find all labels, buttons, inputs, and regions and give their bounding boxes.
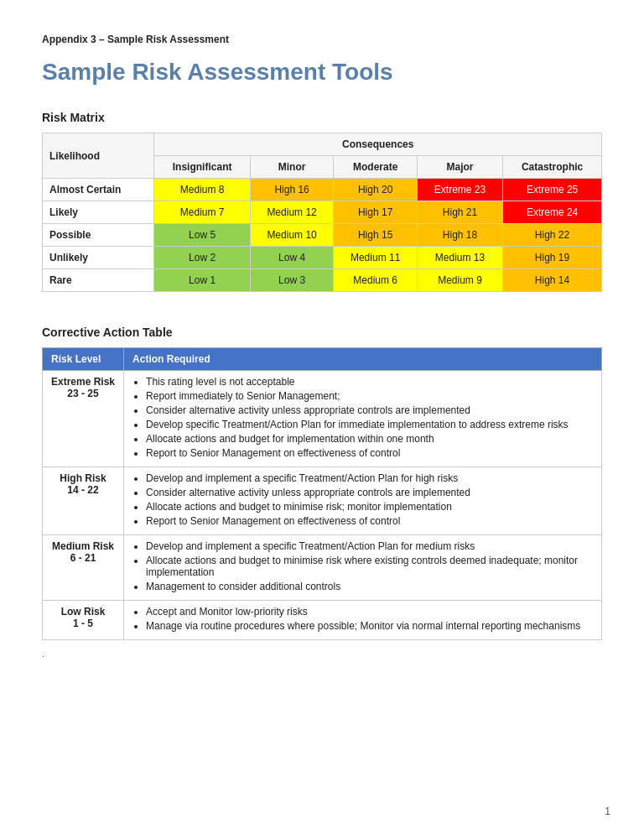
list-item: Accept and Monitor low-priority risks <box>146 606 593 618</box>
likelihood-cell: Likely <box>43 201 154 224</box>
matrix-cell: High 19 <box>503 247 602 269</box>
matrix-cell: Medium 13 <box>417 247 502 269</box>
matrix-cell: Extreme 24 <box>503 201 602 224</box>
list-item: Allocate actions and budget to minimise … <box>146 555 593 578</box>
matrix-cell: High 15 <box>334 224 418 247</box>
corrective-action-title: Corrective Action Table <box>42 326 602 339</box>
col-catastrophic: Catastrophic <box>503 156 602 179</box>
matrix-cell: High 20 <box>334 179 418 201</box>
corrective-action-table: Risk Level Action Required Extreme Risk2… <box>42 347 602 640</box>
col-insignificant: Insignificant <box>154 156 250 179</box>
dot: . <box>42 649 602 659</box>
list-item: Allocate actions and budget for implemen… <box>146 433 593 445</box>
col-action-required: Action Required <box>124 348 602 371</box>
list-item: Allocate actions and budget to minimise … <box>146 501 593 513</box>
col-risk-level: Risk Level <box>43 348 124 371</box>
list-item: Consider alternative activity unless app… <box>146 487 593 498</box>
action-cell: Accept and Monitor low-priority risksMan… <box>124 601 602 640</box>
list-item: Consider alternative activity unless app… <box>146 404 593 416</box>
matrix-cell: Medium 10 <box>250 224 334 247</box>
matrix-cell: Extreme 23 <box>417 179 502 201</box>
list-item: Develop specific Treatment/Action Plan f… <box>146 419 593 430</box>
col-moderate: Moderate <box>334 156 418 179</box>
matrix-cell: Medium 9 <box>417 269 502 292</box>
list-item: Develop and implement a specific Treatme… <box>146 472 593 484</box>
matrix-cell: Medium 6 <box>334 269 418 292</box>
action-cell: Develop and implement a specific Treatme… <box>124 467 602 535</box>
list-item: Report to Senior Management on effective… <box>146 447 593 459</box>
likelihood-header: Likelihood <box>43 133 154 179</box>
matrix-cell: Medium 11 <box>334 247 418 269</box>
col-minor: Minor <box>250 156 334 179</box>
risk-level-cell: Low Risk1 - 5 <box>43 601 124 640</box>
risk-matrix-title: Risk Matrix <box>42 111 602 124</box>
corrective-action-section: Corrective Action Table Risk Level Actio… <box>42 326 602 640</box>
list-item: Report immediately to Senior Management; <box>146 390 593 402</box>
matrix-cell: Low 5 <box>154 224 250 247</box>
likelihood-cell: Unlikely <box>43 247 154 269</box>
consequences-header: Consequences <box>154 133 602 156</box>
likelihood-cell: Almost Certain <box>43 179 154 201</box>
matrix-cell: High 14 <box>503 269 602 292</box>
matrix-cell: High 21 <box>417 201 502 224</box>
risk-matrix-section: Risk Matrix Likelihood Consequences Insi… <box>42 111 602 292</box>
list-item: Develop and implement a specific Treatme… <box>146 540 593 552</box>
likelihood-cell: Possible <box>43 224 154 247</box>
matrix-cell: High 18 <box>417 224 502 247</box>
matrix-cell: Low 2 <box>154 247 250 269</box>
matrix-cell: High 17 <box>334 201 418 224</box>
risk-matrix-table: Likelihood Consequences Insignificant Mi… <box>42 133 602 292</box>
risk-level-cell: High Risk14 - 22 <box>43 467 124 535</box>
list-item: Report to Senior Management on effective… <box>146 515 593 527</box>
likelihood-cell: Rare <box>43 269 154 292</box>
list-item: Management to consider additional contro… <box>146 581 593 592</box>
matrix-cell: Medium 8 <box>154 179 250 201</box>
list-item: Manage via routine procedures where poss… <box>146 620 593 632</box>
matrix-cell: Medium 7 <box>154 201 250 224</box>
col-major: Major <box>417 156 502 179</box>
matrix-cell: Low 1 <box>154 269 250 292</box>
list-item: This rating level is not acceptable <box>146 376 593 388</box>
matrix-cell: Low 3 <box>250 269 334 292</box>
matrix-cell: High 16 <box>250 179 334 201</box>
matrix-cell: Medium 12 <box>250 201 334 224</box>
risk-level-cell: Medium Risk6 - 21 <box>43 535 124 601</box>
matrix-cell: Low 4 <box>250 247 334 269</box>
risk-level-cell: Extreme Risk23 - 25 <box>43 371 124 467</box>
matrix-cell: Extreme 25 <box>503 179 602 201</box>
action-cell: This rating level is not acceptableRepor… <box>124 371 602 467</box>
page-title: Sample Risk Assessment Tools <box>42 59 602 86</box>
action-cell: Develop and implement a specific Treatme… <box>124 535 602 601</box>
appendix-title: Appendix 3 – Sample Risk Assessment <box>42 34 602 45</box>
matrix-cell: High 22 <box>503 224 602 247</box>
